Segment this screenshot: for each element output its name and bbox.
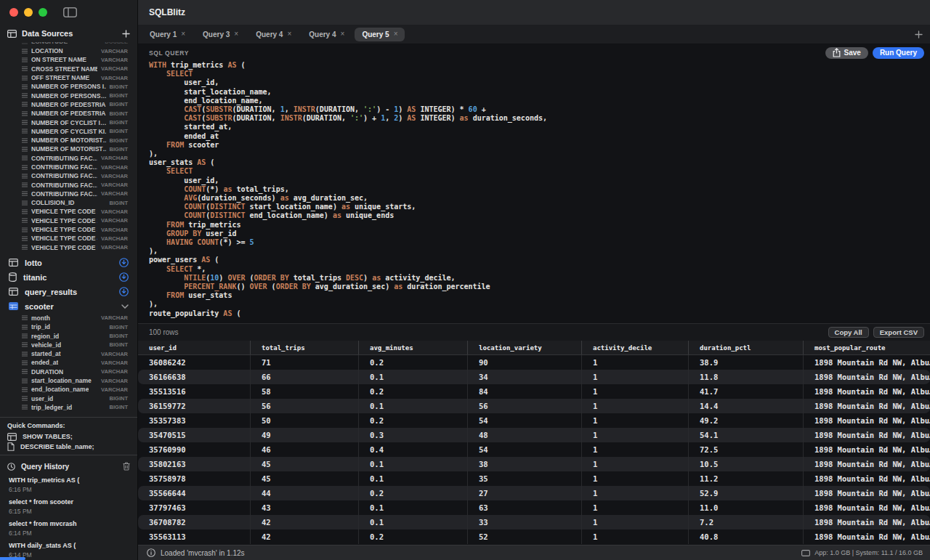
column-item[interactable]: LOCATIONVARCHAR [0,46,137,55]
column-item[interactable]: end_location_nameVARCHAR [0,385,137,394]
run-query-button[interactable]: Run Query [873,47,924,59]
download-icon[interactable] [119,272,129,282]
table-row[interactable]: 35513516580.284141.71898 Mountain Rd NW,… [138,384,930,399]
column-type: VARCHAR [101,351,128,357]
table-row[interactable]: 35758978450.135111.21898 Mountain Rd NW,… [138,471,930,486]
column-item[interactable]: region_idBIGINT [0,331,137,340]
copy-all-button[interactable]: Copy All [828,327,869,338]
minimize-window-button[interactable] [24,8,33,17]
code-line: user_id, [149,176,930,185]
column-item[interactable]: CONTRIBUTING FAC…VARCHAR [0,180,137,189]
download-icon[interactable] [119,258,129,267]
download-icon[interactable] [119,287,129,296]
table-row[interactable]: 35563113420.252140.81898 Mountain Rd NW,… [138,529,930,544]
table-row[interactable]: 35760990460.454172.51898 Mountain Rd NW,… [138,442,930,457]
column-item[interactable]: CONTRIBUTING FAC…VARCHAR [0,163,137,171]
column-item[interactable]: CONTRIBUTING FAC…VARCHAR [0,154,137,163]
column-item[interactable]: NUMBER OF PEDESTRIA…BIGINT [0,100,137,109]
column-item[interactable]: VEHICLE TYPE CODE 3VARCHAR [0,225,137,234]
column-item[interactable]: NUMBER OF PERSONS I…BIGINT [0,82,137,91]
table-row[interactable]: 36086242710.290138.91898 Mountain Rd NW,… [138,355,930,370]
sidebar: Data Sources LONGITUDEDOUBLE LOCATIONVAR… [0,0,138,560]
column-item[interactable]: NUMBER OF CYCLIST KI…BIGINT [0,127,137,136]
add-data-source-icon[interactable] [122,30,130,38]
column-item[interactable]: CROSS STREET NAMEVARCHAR [0,65,137,73]
column-item[interactable]: user_idBIGINT [0,394,137,403]
tab-query-4[interactable]: Query 4× [302,28,352,41]
table-row[interactable]: 35470515490.348154.11898 Mountain Rd NW,… [138,428,930,442]
sidebar-table-titanic[interactable]: titanic [0,270,137,285]
close-tab-icon[interactable]: × [234,31,238,38]
tab-query-1[interactable]: Query 1× [142,28,193,41]
history-item[interactable]: select * from mvcrash6:14 PM [0,517,137,539]
table-cell: 36086242 [138,355,251,370]
table-row[interactable]: 35802163450.138110.51898 Mountain Rd NW,… [138,457,930,471]
column-item[interactable]: NUMBER OF MOTORIST…BIGINT [0,136,137,145]
column-header-location_variety[interactable]: location_variety [468,341,582,354]
export-csv-button[interactable]: Export CSV [873,327,924,338]
column-item[interactable]: trip_ledger_idBIGINT [0,403,137,412]
column-item[interactable]: VEHICLE TYPE CODE 1VARCHAR [0,207,137,216]
column-header-avg_minutes[interactable]: avg_minutes [359,341,468,354]
sidebar-scrollbar[interactable] [0,557,25,560]
column-item[interactable]: OFF STREET NAMEVARCHAR [0,73,137,82]
column-item[interactable]: NUMBER OF MOTORIST…BIGINT [0,145,137,153]
column-item[interactable]: CONTRIBUTING FAC…VARCHAR [0,190,137,198]
column-name: end_location_name [31,386,89,393]
quick-command[interactable]: SHOW TABLES; [0,431,137,442]
tab-query-4[interactable]: Query 4× [248,28,299,41]
column-item[interactable]: vehicle_idBIGINT [0,341,137,349]
close-tab-icon[interactable]: × [287,31,291,38]
column-item[interactable]: NUMBER OF PERSONS…BIGINT [0,91,137,100]
column-header-total_trips[interactable]: total_trips [251,341,359,354]
sidebar-table-lotto[interactable]: lotto [0,256,137,270]
quick-command[interactable]: DESCRIBE table_name; [0,442,137,452]
column-item[interactable]: NUMBER OF CYCLIST I…BIGINT [0,118,137,126]
column-item[interactable]: VEHICLE TYPE CODE 4VARCHAR [0,234,137,243]
sql-editor[interactable]: WITH trip_metrics AS ( SELECT user_id, s… [138,61,930,323]
column-item[interactable]: monthVARCHAR [0,314,137,322]
save-button[interactable]: Save [825,47,868,59]
column-item[interactable]: trip_idBIGINT [0,322,137,331]
close-tab-icon[interactable]: × [341,31,345,38]
column-item[interactable]: VEHICLE TYPE CODE 2VARCHAR [0,216,137,225]
column-header-activity_decile[interactable]: activity_decile [582,341,689,354]
tab-query-5[interactable]: Query 5× [355,28,405,41]
column-item[interactable]: start_location_nameVARCHAR [0,376,137,385]
history-item[interactable]: select * from scooter6:15 PM [0,495,137,517]
column-name: OFF STREET NAME [31,74,89,81]
zoom-window-button[interactable] [39,8,47,17]
sidebar-table-query_results[interactable]: query_results [0,285,137,299]
column-item[interactable]: VEHICLE TYPE CODE 5VARCHAR [0,243,137,252]
table-cell: 50 [251,413,359,428]
new-tab-icon[interactable] [915,31,923,38]
tab-query-3[interactable]: Query 3× [195,28,246,41]
table-row[interactable]: 36708782420.13317.21898 Mountain Rd NW, … [138,515,930,529]
close-window-button[interactable] [9,8,18,17]
column-type: VARCHAR [101,182,128,188]
table-row[interactable]: 35357383500.254149.21898 Mountain Rd NW,… [138,413,930,428]
close-tab-icon[interactable]: × [181,31,185,38]
column-item[interactable]: ended_atVARCHAR [0,358,137,367]
trash-icon[interactable] [123,462,130,471]
column-header-duration_pctl[interactable]: duration_pctl [689,341,804,354]
column-header-user_id[interactable]: user_id [138,341,251,354]
sidebar-table-scooter[interactable]: scooter [0,299,137,314]
column-header-most_popular_route[interactable]: most_popular_route [804,341,930,354]
table-row[interactable]: 37797463430.163111.01898 Mountain Rd NW,… [138,500,930,515]
table-row[interactable]: 36159772560.156114.41898 Mountain Rd NW,… [138,399,930,413]
column-item[interactable]: NUMBER OF PEDESTRIA…BIGINT [0,109,137,118]
column-item[interactable]: ON STREET NAMEVARCHAR [0,55,137,64]
chevron-down-icon[interactable] [121,304,129,309]
column-item[interactable]: DURATIONVARCHAR [0,368,137,376]
column-item[interactable]: CONTRIBUTING FAC…VARCHAR [0,171,137,180]
column-item[interactable]: LONGITUDEDOUBLE [0,42,137,46]
table-row[interactable]: 35566644440.227152.91898 Mountain Rd NW,… [138,486,930,500]
column-item[interactable]: started_atVARCHAR [0,349,137,358]
close-tab-icon[interactable]: × [394,31,398,38]
history-item[interactable]: WITH trip_metrics AS (6:16 PM [0,474,137,495]
toggle-sidebar-icon[interactable] [63,7,77,17]
column-item[interactable]: COLLISION_IDBIGINT [0,198,137,207]
table-row[interactable]: 36166638660.134111.81898 Mountain Rd NW,… [138,370,930,384]
table-icon [9,259,18,267]
